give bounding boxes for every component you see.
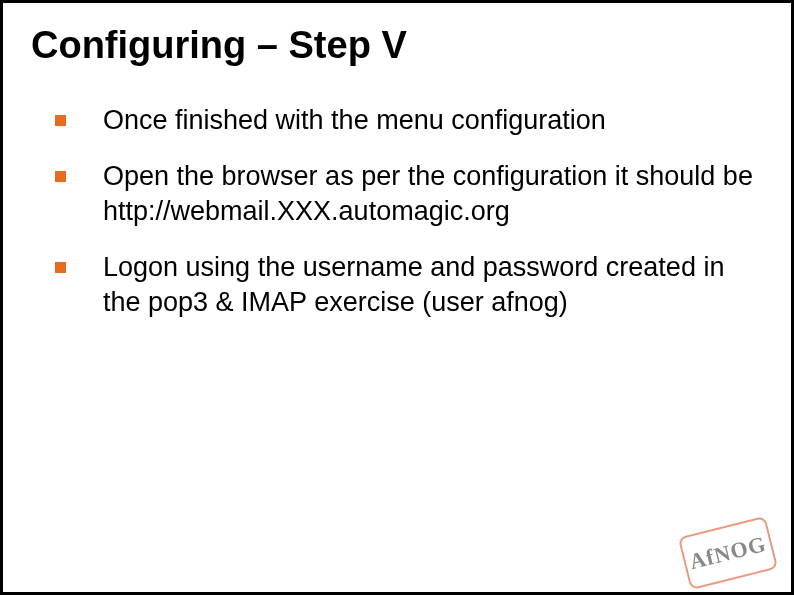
stamp-text: AfNOG (678, 516, 778, 590)
bullet-item: Logon using the username and password cr… (55, 250, 763, 319)
bullet-text: Once finished with the menu configuratio… (103, 105, 606, 135)
afnog-stamp: AfNOG (678, 516, 778, 590)
bullet-item: Once finished with the menu configuratio… (55, 103, 763, 138)
square-bullet-icon (55, 262, 66, 273)
bullet-list: Once finished with the menu configuratio… (55, 103, 763, 320)
square-bullet-icon (55, 115, 66, 126)
slide-frame: Configuring – Step V Once finished with … (0, 0, 794, 595)
stamp-border-icon (678, 516, 778, 590)
square-bullet-icon (55, 171, 66, 182)
bullet-text: Logon using the username and password cr… (103, 252, 724, 317)
bullet-text: Open the browser as per the configuratio… (103, 161, 753, 226)
bullet-item: Open the browser as per the configuratio… (55, 159, 763, 228)
slide-title: Configuring – Step V (31, 25, 763, 67)
